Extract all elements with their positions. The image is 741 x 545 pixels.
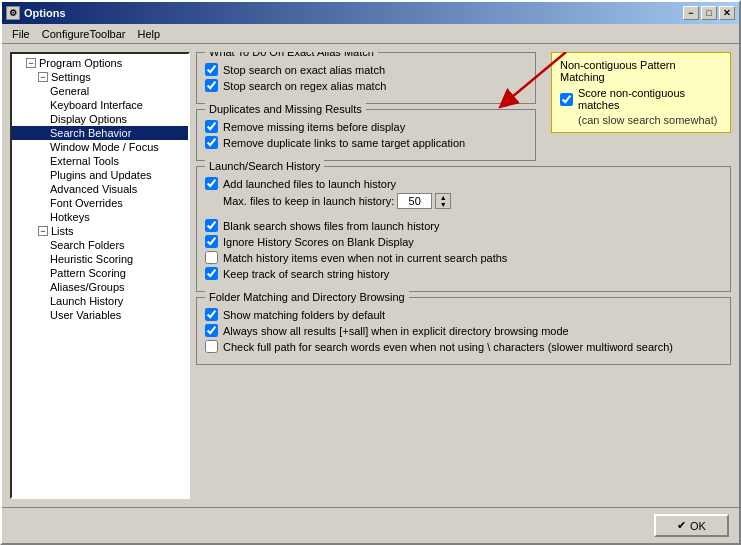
ignore-history-label: Ignore History Scores on Blank Display	[223, 236, 414, 248]
stop-regex-row: Stop search on regex alias match	[205, 79, 527, 92]
sidebar-item-general[interactable]: General	[12, 84, 188, 98]
add-launched-checkbox[interactable]	[205, 177, 218, 190]
ok-button[interactable]: ✔ OK	[654, 514, 729, 537]
sidebar-item-hotkeys[interactable]: Hotkeys	[12, 210, 188, 224]
title-bar: ⚙ Options − □ ✕	[2, 2, 739, 24]
lists-expand-icon[interactable]: −	[38, 226, 48, 236]
blank-search-checkbox[interactable]	[205, 219, 218, 232]
sidebar-item-external-tools[interactable]: External Tools	[12, 154, 188, 168]
add-launched-row: Add launched files to launch history	[205, 177, 722, 190]
display-options-label: Display Options	[50, 113, 127, 125]
tree-settings[interactable]: − Settings	[12, 70, 188, 84]
sidebar[interactable]: − Program Options − Settings General Key…	[10, 52, 190, 499]
stop-regex-checkbox[interactable]	[205, 79, 218, 92]
tree-lists[interactable]: − Lists	[12, 224, 188, 238]
check-full-path-row: Check full path for search words even wh…	[205, 340, 722, 353]
stop-exact-alias-label: Stop search on exact alias match	[223, 64, 385, 76]
sidebar-item-plugins-updates[interactable]: Plugins and Updates	[12, 168, 188, 182]
search-behavior-label: Search Behavior	[50, 127, 131, 139]
sidebar-item-search-folders[interactable]: Search Folders	[12, 238, 188, 252]
match-history-checkbox[interactable]	[205, 251, 218, 264]
sidebar-item-search-behavior[interactable]: Search Behavior	[12, 126, 188, 140]
duplicates-content: Remove missing items before display Remo…	[205, 120, 527, 149]
sidebar-item-user-variables[interactable]: User Variables	[12, 308, 188, 322]
sidebar-item-window-mode[interactable]: Window Mode / Focus	[12, 140, 188, 154]
menu-help[interactable]: Help	[132, 26, 167, 42]
menu-file[interactable]: File	[6, 26, 36, 42]
options-window: ⚙ Options − □ ✕ File ConfigureToolbar He…	[0, 0, 741, 545]
always-show-row: Always show all results [+sall] when in …	[205, 324, 722, 337]
sidebar-item-launch-history[interactable]: Launch History	[12, 294, 188, 308]
sidebar-item-heuristic-scoring[interactable]: Heuristic Scoring	[12, 252, 188, 266]
spin-up-button[interactable]: ▲	[436, 194, 450, 201]
sidebar-item-font-overrides[interactable]: Font Overrides	[12, 196, 188, 210]
add-launched-label: Add launched files to launch history	[223, 178, 396, 190]
sidebar-item-keyboard-interface[interactable]: Keyboard Interface	[12, 98, 188, 112]
noncontiguous-score-label: Score non-contiguous matches	[578, 87, 722, 111]
ignore-history-checkbox[interactable]	[205, 235, 218, 248]
launch-history-label: Launch History	[50, 295, 123, 307]
blank-search-label: Blank search shows files from launch his…	[223, 220, 439, 232]
sidebar-item-aliases-groups[interactable]: Aliases/Groups	[12, 280, 188, 294]
stop-regex-label: Stop search on regex alias match	[223, 80, 386, 92]
always-show-label: Always show all results [+sall] when in …	[223, 325, 569, 337]
match-history-label: Match history items even when not in cur…	[223, 252, 507, 264]
blank-search-row: Blank search shows files from launch his…	[205, 219, 722, 232]
settings-expand-icon[interactable]: −	[38, 72, 48, 82]
exact-alias-title: What To Do On Exact Alias Match	[205, 52, 378, 58]
arrow-indicator	[486, 52, 586, 127]
show-folders-checkbox[interactable]	[205, 308, 218, 321]
pattern-scoring-label: Pattern Scoring	[50, 267, 126, 279]
folder-matching-content: Show matching folders by default Always …	[205, 308, 722, 353]
footer: ✔ OK	[2, 507, 739, 543]
keyboard-interface-label: Keyboard Interface	[50, 99, 143, 111]
check-full-path-checkbox[interactable]	[205, 340, 218, 353]
match-history-row: Match history items even when not in cur…	[205, 251, 722, 264]
plugins-updates-label: Plugins and Updates	[50, 169, 152, 181]
heuristic-scoring-label: Heuristic Scoring	[50, 253, 133, 265]
advanced-visuals-label: Advanced Visuals	[50, 183, 137, 195]
remove-missing-label: Remove missing items before display	[223, 121, 405, 133]
main-content: − Program Options − Settings General Key…	[2, 44, 739, 507]
exact-alias-stop-row: Stop search on exact alias match	[205, 63, 527, 76]
remove-missing-checkbox[interactable]	[205, 120, 218, 133]
menu-configure-toolbar[interactable]: ConfigureToolbar	[36, 26, 132, 42]
sidebar-item-display-options[interactable]: Display Options	[12, 112, 188, 126]
exact-alias-content: Stop search on exact alias match Stop se…	[205, 63, 527, 92]
folder-matching-title: Folder Matching and Directory Browsing	[205, 291, 409, 303]
duplicates-title: Duplicates and Missing Results	[205, 103, 366, 115]
remove-duplicate-label: Remove duplicate links to same target ap…	[223, 137, 465, 149]
ok-icon: ✔	[677, 519, 686, 532]
sidebar-item-advanced-visuals[interactable]: Advanced Visuals	[12, 182, 188, 196]
window-icon: ⚙	[6, 6, 20, 20]
aliases-groups-label: Aliases/Groups	[50, 281, 125, 293]
sidebar-item-pattern-scoring[interactable]: Pattern Scoring	[12, 266, 188, 280]
keep-track-label: Keep track of search string history	[223, 268, 389, 280]
max-files-row: Max. files to keep in launch history: ▲ …	[205, 193, 722, 209]
minimize-button[interactable]: −	[683, 6, 699, 20]
remove-missing-row: Remove missing items before display	[205, 120, 527, 133]
tree-program-options[interactable]: − Program Options	[12, 56, 188, 70]
general-label: General	[50, 85, 89, 97]
lists-label: Lists	[51, 225, 74, 237]
svg-line-1	[506, 52, 566, 102]
external-tools-label: External Tools	[50, 155, 119, 167]
check-full-path-label: Check full path for search words even wh…	[223, 341, 673, 353]
always-show-checkbox[interactable]	[205, 324, 218, 337]
close-button[interactable]: ✕	[719, 6, 735, 20]
exact-alias-group: What To Do On Exact Alias Match Stop sea…	[196, 52, 536, 104]
maximize-button[interactable]: □	[701, 6, 717, 20]
stop-exact-alias-checkbox[interactable]	[205, 63, 218, 76]
launch-history-group: Launch/Search History Add launched files…	[196, 166, 731, 292]
keep-track-checkbox[interactable]	[205, 267, 218, 280]
remove-duplicate-checkbox[interactable]	[205, 136, 218, 149]
max-files-input[interactable]	[397, 193, 432, 209]
launch-history-content: Add launched files to launch history Max…	[205, 177, 722, 280]
show-folders-row: Show matching folders by default	[205, 308, 722, 321]
spin-down-button[interactable]: ▼	[436, 201, 450, 208]
expand-icon[interactable]: −	[26, 58, 36, 68]
show-folders-label: Show matching folders by default	[223, 309, 385, 321]
duplicates-group: Duplicates and Missing Results Remove mi…	[196, 109, 536, 161]
max-files-spinner[interactable]: ▲ ▼	[435, 193, 451, 209]
font-overrides-label: Font Overrides	[50, 197, 123, 209]
